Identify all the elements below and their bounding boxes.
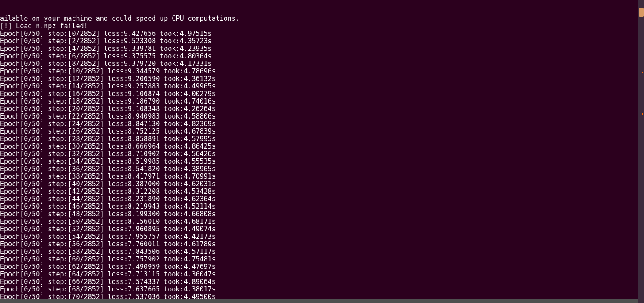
scrollbar-track[interactable] bbox=[638, 0, 644, 303]
training-log-line: Epoch[0/50] step:[24/2852] loss:8.847130… bbox=[0, 120, 644, 128]
training-log-line: Epoch[0/50] step:[54/2852] loss:7.955757… bbox=[0, 233, 644, 241]
bottom-panel bbox=[0, 299, 638, 303]
training-log-line: Epoch[0/50] step:[68/2852] loss:7.637665… bbox=[0, 286, 644, 293]
terminal-line: ailable on your machine and could speed … bbox=[0, 15, 644, 23]
sidebar-indicator-icon bbox=[642, 113, 643, 115]
training-log-line: Epoch[0/50] step:[60/2852] loss:7.757902… bbox=[0, 256, 644, 263]
terminal-line: [!] Load n.npz failed! bbox=[0, 23, 644, 30]
training-log-line: Epoch[0/50] step:[38/2852] loss:8.417971… bbox=[0, 173, 644, 180]
training-log-line: Epoch[0/50] step:[32/2852] loss:8.710902… bbox=[0, 150, 644, 158]
terminal-output[interactable]: ailable on your machine and could speed … bbox=[0, 0, 644, 303]
training-log-line: Epoch[0/50] step:[40/2852] loss:8.387000… bbox=[0, 180, 644, 188]
training-log-line: Epoch[0/50] step:[8/2852] loss:9.379720 … bbox=[0, 60, 644, 68]
training-log-line: Epoch[0/50] step:[18/2852] loss:9.186790… bbox=[0, 98, 644, 105]
training-log-line: Epoch[0/50] step:[56/2852] loss:7.760011… bbox=[0, 241, 644, 248]
sidebar-indicator-icon bbox=[642, 72, 643, 73]
training-log-line: Epoch[0/50] step:[20/2852] loss:9.108348… bbox=[0, 105, 644, 113]
training-log-line: Epoch[0/50] step:[52/2852] loss:7.960895… bbox=[0, 226, 644, 233]
training-log-line: Epoch[0/50] step:[36/2852] loss:8.541820… bbox=[0, 165, 644, 173]
training-log-line: Epoch[0/50] step:[28/2852] loss:8.858891… bbox=[0, 135, 644, 143]
training-log-line: Epoch[0/50] step:[10/2852] loss:9.344579… bbox=[0, 68, 644, 75]
training-log-line: Epoch[0/50] step:[44/2852] loss:8.231890… bbox=[0, 196, 644, 203]
training-log-line: Epoch[0/50] step:[12/2852] loss:9.206590… bbox=[0, 75, 644, 83]
training-log-line: Epoch[0/50] step:[62/2852] loss:7.490959… bbox=[0, 263, 644, 271]
training-log-line: Epoch[0/50] step:[50/2852] loss:8.156010… bbox=[0, 218, 644, 226]
training-log-line: Epoch[0/50] step:[2/2852] loss:9.523308 … bbox=[0, 38, 644, 45]
training-log-line: Epoch[0/50] step:[48/2852] loss:8.199300… bbox=[0, 211, 644, 218]
training-log-line: Epoch[0/50] step:[14/2852] loss:9.257883… bbox=[0, 83, 644, 90]
training-log-line: Epoch[0/50] step:[22/2852] loss:8.940983… bbox=[0, 113, 644, 120]
training-log-line: Epoch[0/50] step:[58/2852] loss:7.843506… bbox=[0, 248, 644, 256]
training-log-line: Epoch[0/50] step:[30/2852] loss:8.666964… bbox=[0, 143, 644, 150]
training-log-line: Epoch[0/50] step:[42/2852] loss:8.312208… bbox=[0, 188, 644, 196]
training-log-line: Epoch[0/50] step:[66/2852] loss:7.574337… bbox=[0, 278, 644, 286]
scrollbar-thumb[interactable] bbox=[639, 8, 644, 17]
training-log-line: Epoch[0/50] step:[46/2852] loss:8.219943… bbox=[0, 203, 644, 211]
training-log-line: Epoch[0/50] step:[16/2852] loss:9.106874… bbox=[0, 90, 644, 98]
training-log-line: Epoch[0/50] step:[6/2852] loss:9.375575 … bbox=[0, 53, 644, 60]
training-log-line: Epoch[0/50] step:[0/2852] loss:9.427656 … bbox=[0, 30, 644, 38]
training-log-line: Epoch[0/50] step:[26/2852] loss:8.752125… bbox=[0, 128, 644, 135]
training-log-line: Epoch[0/50] step:[64/2852] loss:7.713115… bbox=[0, 271, 644, 278]
training-log-line: Epoch[0/50] step:[4/2852] loss:9.339781 … bbox=[0, 45, 644, 53]
training-log-line: Epoch[0/50] step:[34/2852] loss:8.519985… bbox=[0, 158, 644, 165]
